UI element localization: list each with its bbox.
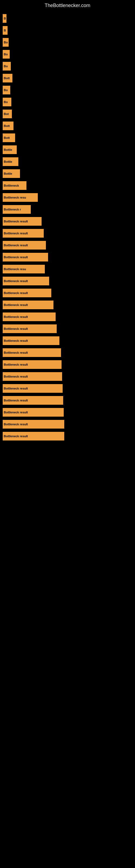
- bar-row: Bottleneck resu: [0, 263, 135, 275]
- bar-label-5: Bott: [4, 76, 10, 80]
- bar-label-28: Bottleneck result: [4, 351, 28, 354]
- bar-row: Bottleneck result: [0, 335, 135, 347]
- bar-label-14: Bottleneck: [4, 184, 19, 187]
- bar-label-2: Bo: [4, 41, 8, 44]
- bars-container: BBBoBoBoBottBoBoBotBottBottBottleBottleB…: [0, 10, 135, 445]
- bar-label-32: Bottleneck result: [4, 399, 28, 402]
- bar-33: Bottleneck result: [3, 408, 64, 416]
- bar-row: Bottleneck result: [0, 299, 135, 311]
- bar-29: Bottleneck result: [3, 360, 61, 369]
- bar-label-9: Bott: [4, 124, 10, 127]
- bar-23: Bottleneck result: [3, 289, 51, 297]
- bar-row: Bottleneck result: [0, 275, 135, 287]
- bar-21: Bottleneck resu: [3, 265, 45, 273]
- bar-34: Bottleneck result: [3, 420, 64, 429]
- bar-22: Bottleneck result: [3, 277, 49, 285]
- bar-row: Bot: [0, 108, 135, 120]
- bar-10: Bott: [3, 133, 15, 142]
- bar-label-8: Bot: [4, 112, 9, 116]
- bar-9: Bott: [3, 122, 13, 130]
- bar-label-1: B: [4, 29, 6, 32]
- bar-label-7: Bo: [4, 100, 8, 104]
- bar-15: Bottleneck resu: [3, 193, 38, 202]
- bar-label-25: Bottleneck result: [4, 315, 28, 318]
- bar-5: Bott: [3, 74, 12, 83]
- bar-row: Bo: [0, 60, 135, 72]
- bar-3: Bo: [3, 50, 10, 59]
- bar-row: Bottleneck result: [0, 394, 135, 406]
- bar-35: Bottleneck result: [3, 432, 64, 440]
- bar-row: Bottleneck result: [0, 347, 135, 359]
- bar-row: Bottleneck r: [0, 204, 135, 215]
- bar-row: Bott: [0, 132, 135, 144]
- bar-label-18: Bottleneck result: [4, 231, 28, 235]
- bar-label-11: Bottle: [4, 148, 12, 151]
- bar-row: Bottleneck result: [0, 239, 135, 251]
- bar-28: Bottleneck result: [3, 348, 61, 357]
- bar-label-12: Bottle: [4, 160, 12, 163]
- bar-label-31: Bottleneck result: [4, 387, 28, 390]
- bar-row: Bottleneck result: [0, 251, 135, 263]
- bar-8: Bot: [3, 110, 12, 118]
- bar-31: Bottleneck result: [3, 384, 63, 393]
- bar-row: Bottleneck: [0, 180, 135, 191]
- bar-6: Bo: [3, 86, 10, 94]
- bar-row: Bottle: [0, 144, 135, 156]
- bar-7: Bo: [3, 98, 11, 106]
- bar-label-21: Bottleneck resu: [4, 268, 26, 271]
- bar-17: Bottleneck result: [3, 217, 42, 226]
- bar-30: Bottleneck result: [3, 372, 62, 381]
- bar-row: Bottleneck result: [0, 323, 135, 335]
- bar-row: Bo: [0, 84, 135, 96]
- bar-label-13: Bottle: [4, 172, 12, 175]
- bar-label-6: Bo: [4, 88, 8, 92]
- bar-label-15: Bottleneck resu: [4, 196, 26, 199]
- bar-row: Bottleneck result: [0, 227, 135, 239]
- bar-row: Bottleneck result: [0, 359, 135, 371]
- bar-label-29: Bottleneck result: [4, 363, 28, 366]
- bar-label-0: B: [4, 17, 6, 20]
- bar-label-27: Bottleneck result: [4, 339, 28, 342]
- bar-row: Bottle: [0, 167, 135, 180]
- bar-label-34: Bottleneck result: [4, 423, 28, 426]
- bar-row: Bottleneck result: [0, 311, 135, 323]
- bar-2: Bo: [3, 38, 9, 46]
- bar-row: Bottleneck result: [0, 287, 135, 299]
- bar-label-30: Bottleneck result: [4, 375, 28, 378]
- bar-0: B: [3, 14, 6, 23]
- bar-label-20: Bottleneck result: [4, 255, 28, 259]
- bar-19: Bottleneck result: [3, 241, 46, 250]
- bar-label-3: Bo: [4, 53, 8, 56]
- bar-row: Bott: [0, 120, 135, 132]
- bar-row: Bo: [0, 36, 135, 48]
- bar-11: Bottle: [3, 145, 17, 154]
- bar-row: Bottleneck result: [0, 430, 135, 442]
- bar-label-33: Bottleneck result: [4, 411, 28, 414]
- bar-row: Bottleneck result: [0, 371, 135, 382]
- bar-row: B: [0, 24, 135, 36]
- bar-20: Bottleneck result: [3, 253, 48, 261]
- bar-label-24: Bottleneck result: [4, 303, 28, 307]
- bar-14: Bottleneck: [3, 181, 27, 190]
- bar-27: Bottleneck result: [3, 336, 59, 345]
- bar-label-17: Bottleneck result: [4, 220, 28, 223]
- bar-24: Bottleneck result: [3, 301, 53, 309]
- bar-label-16: Bottleneck r: [4, 208, 21, 211]
- bar-16: Bottleneck r: [3, 205, 31, 214]
- bar-4: Bo: [3, 62, 11, 70]
- bar-row: Bo: [0, 48, 135, 60]
- bar-label-22: Bottleneck result: [4, 279, 28, 283]
- bar-label-26: Bottleneck result: [4, 327, 28, 330]
- bar-32: Bottleneck result: [3, 396, 63, 405]
- bar-label-10: Bott: [4, 136, 10, 140]
- bar-row: Bottleneck result: [0, 406, 135, 418]
- bar-label-19: Bottleneck result: [4, 244, 28, 247]
- bar-row: Bottle: [0, 156, 135, 167]
- bar-18: Bottleneck result: [3, 229, 44, 238]
- bar-label-23: Bottleneck result: [4, 291, 28, 294]
- bar-26: Bottleneck result: [3, 324, 57, 333]
- bar-label-35: Bottleneck result: [4, 435, 28, 438]
- bar-label-4: Bo: [4, 65, 8, 68]
- bar-25: Bottleneck result: [3, 312, 56, 321]
- bar-1: B: [3, 26, 8, 35]
